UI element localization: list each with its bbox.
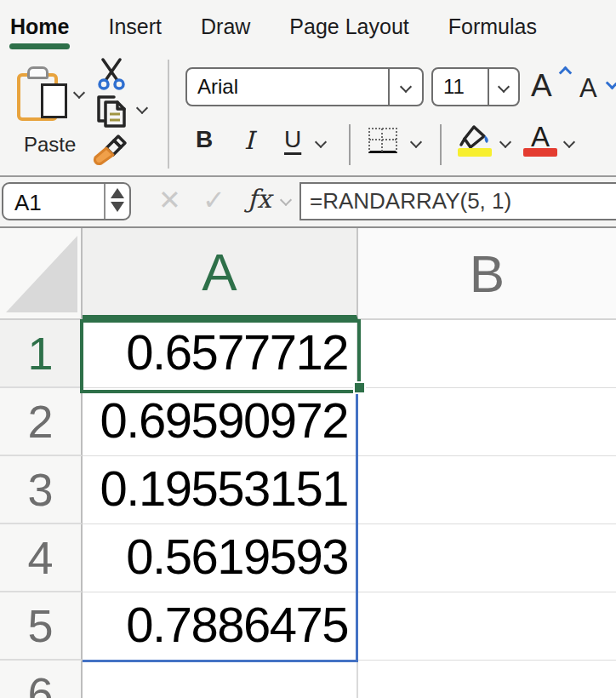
tab-home[interactable]: Home <box>10 14 69 39</box>
row-6: 6 <box>0 661 616 698</box>
font-color-button[interactable]: A <box>523 121 557 150</box>
format-painter-button[interactable] <box>90 131 131 172</box>
ribbon-tab-bar: Home Insert Draw Page Layout Formulas <box>0 0 616 53</box>
row-1: 1 0.6577712 <box>0 320 616 388</box>
borders-button[interactable] <box>368 128 397 153</box>
decrease-font-label: A <box>579 73 597 103</box>
font-name-select[interactable]: Arial <box>185 67 424 106</box>
formula-input[interactable]: =RANDARRAY(5, 1) <box>299 182 616 220</box>
font-name-chevron-icon[interactable] <box>400 81 412 93</box>
paste-button[interactable]: Paste <box>15 60 95 155</box>
fill-handle[interactable] <box>353 381 366 394</box>
font-size-select[interactable]: 11 <box>431 67 520 106</box>
ribbon: Paste <box>0 53 616 175</box>
stepper-down-icon[interactable] <box>111 202 124 212</box>
borders-chevron-icon[interactable] <box>410 136 422 148</box>
cell-b3[interactable] <box>358 456 616 524</box>
cell-b4[interactable] <box>358 524 616 592</box>
copy-icon <box>94 94 131 129</box>
row-header-1[interactable]: 1 <box>0 320 83 388</box>
scissors-icon <box>95 58 128 92</box>
enter-icon[interactable]: ✓ <box>202 184 225 216</box>
row-3: 3 0.19553151 <box>0 456 616 524</box>
tab-formulas[interactable]: Formulas <box>448 14 537 39</box>
cancel-icon[interactable]: ✕ <box>158 184 181 216</box>
select-all-triangle-icon <box>6 236 77 312</box>
cell-b6[interactable] <box>358 661 616 698</box>
underline-button[interactable]: U <box>284 126 301 153</box>
fill-color-swatch <box>458 148 492 157</box>
tab-page-layout[interactable]: Page Layout <box>289 14 408 39</box>
row-header-3[interactable]: 3 <box>0 456 83 524</box>
font-size-value: 11 <box>433 75 488 99</box>
increase-font-size-button[interactable]: A <box>531 68 572 107</box>
increase-font-label: A <box>531 68 552 103</box>
spill-range-border-right <box>356 393 358 662</box>
clipboard-clip <box>27 66 48 79</box>
formula-bar: A1 ✕ ✓ ƒx =RANDARRAY(5, 1) <box>0 175 616 228</box>
paste-label: Paste <box>24 133 76 157</box>
font-color-chevron-icon[interactable] <box>563 136 575 148</box>
font-name-value: Arial <box>187 75 388 99</box>
cell-a2[interactable]: 0.69590972 <box>83 388 358 456</box>
underline-chevron-icon[interactable] <box>315 136 327 148</box>
paint-bucket-icon <box>458 124 492 150</box>
column-header-b[interactable]: B <box>358 228 616 320</box>
spreadsheet-grid: A B 1 0.6577712 2 0.69590972 3 0.1955315… <box>0 226 616 698</box>
row-4: 4 0.5619593 <box>0 524 616 592</box>
cell-b1[interactable] <box>358 320 616 388</box>
cell-b5[interactable] <box>358 592 616 661</box>
bold-button[interactable]: B <box>196 126 213 153</box>
fx-chevron-icon[interactable] <box>280 194 292 206</box>
row-header-6[interactable]: 6 <box>0 661 83 698</box>
clipboard-page <box>41 83 67 118</box>
fill-color-chevron-icon[interactable] <box>499 136 511 148</box>
column-header-a[interactable]: A <box>83 228 358 320</box>
ribbon-group-divider <box>168 60 169 169</box>
copy-button[interactable] <box>94 94 131 133</box>
cell-a3[interactable]: 0.19553151 <box>83 456 358 524</box>
row-header-2[interactable]: 2 <box>0 388 83 456</box>
italic-button[interactable]: I <box>244 126 254 155</box>
row-header-4[interactable]: 4 <box>0 524 83 592</box>
spill-range-border-bottom <box>83 660 358 662</box>
caret-down-icon <box>606 77 616 90</box>
insert-function-icon[interactable]: ƒx <box>248 184 271 214</box>
cut-button[interactable] <box>95 58 128 95</box>
excel-window: Home Insert Draw Page Layout Formulas Pa… <box>0 0 616 698</box>
row-2: 2 0.69590972 <box>0 388 616 456</box>
decrease-font-size-button[interactable]: A <box>579 73 616 107</box>
select-all-corner[interactable] <box>0 228 83 320</box>
cell-a4[interactable]: 0.5619593 <box>83 524 358 592</box>
font-size-chevron-icon[interactable] <box>498 81 510 93</box>
stepper-up-icon[interactable] <box>111 188 124 198</box>
name-box-stepper[interactable] <box>106 184 129 219</box>
cell-a6[interactable] <box>83 661 358 698</box>
cell-b2[interactable] <box>358 388 616 456</box>
format-painter-icon <box>90 131 131 169</box>
name-box[interactable]: A1 <box>2 182 131 220</box>
formula-text: =RANDARRAY(5, 1) <box>310 184 511 219</box>
font-color-swatch <box>523 148 557 157</box>
cell-a1[interactable]: 0.6577712 <box>83 320 358 388</box>
caret-up-icon <box>559 66 573 80</box>
cell-a5[interactable]: 0.7886475 <box>83 592 358 661</box>
row-header-5[interactable]: 5 <box>0 592 83 661</box>
tab-draw[interactable]: Draw <box>201 14 250 39</box>
paste-dropdown-chevron-icon[interactable] <box>73 87 85 99</box>
paste-clipboard-icon <box>17 66 70 123</box>
row-5: 5 0.7886475 <box>0 592 616 661</box>
tab-insert[interactable]: Insert <box>108 14 162 39</box>
copy-dropdown-chevron-icon[interactable] <box>136 102 148 114</box>
name-box-value: A1 <box>14 190 42 216</box>
ribbon-divider <box>349 124 351 165</box>
ribbon-divider <box>440 124 442 165</box>
